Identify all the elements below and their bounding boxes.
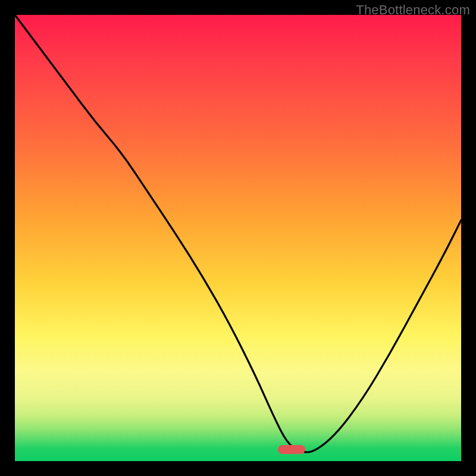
bottleneck-curve — [15, 15, 461, 461]
chart-frame: TheBottleneck.com — [0, 0, 476, 476]
plot-area — [15, 15, 461, 461]
curve-path — [15, 15, 461, 452]
watermark-text: TheBottleneck.com — [356, 2, 470, 18]
optimal-point-marker — [278, 445, 305, 454]
